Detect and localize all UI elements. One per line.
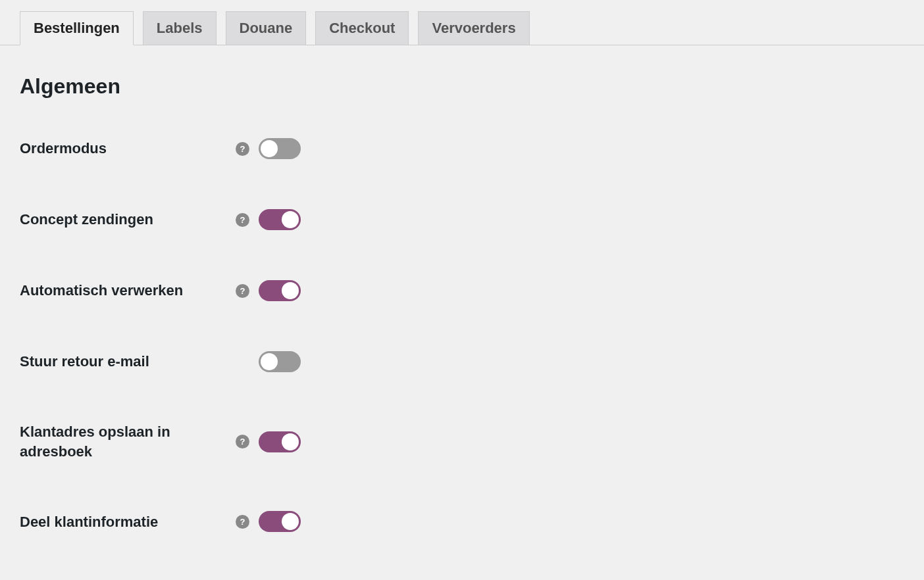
setting-row-klantadres-opslaan: Klantadres opslaan in adresboek ?: [20, 422, 904, 461]
setting-label: Deel klantinformatie: [20, 512, 236, 532]
setting-label: Ordermodus: [20, 139, 236, 158]
setting-control: ?: [236, 280, 301, 301]
help-icon[interactable]: ?: [236, 435, 249, 448]
setting-row-ordermodus: Ordermodus ?: [20, 138, 904, 159]
setting-control: ?: [236, 431, 301, 452]
setting-control: [236, 351, 301, 372]
setting-control: ?: [236, 209, 301, 230]
setting-row-stuur-retour-email: Stuur retour e-mail: [20, 351, 904, 372]
tab-checkout[interactable]: Checkout: [315, 11, 409, 45]
tab-douane[interactable]: Douane: [226, 11, 307, 45]
setting-control: ?: [236, 138, 301, 159]
tab-labels[interactable]: Labels: [143, 11, 217, 45]
setting-row-automatisch-verwerken: Automatisch verwerken ?: [20, 280, 904, 301]
help-placeholder: [236, 355, 249, 369]
help-icon[interactable]: ?: [236, 515, 249, 529]
setting-control: ?: [236, 511, 301, 532]
help-icon[interactable]: ?: [236, 213, 249, 227]
setting-row-deel-klantinformatie: Deel klantinformatie ?: [20, 511, 904, 532]
tabs-bar: Bestellingen Labels Douane Checkout Verv…: [0, 0, 924, 45]
tab-vervoerders[interactable]: Vervoerders: [418, 11, 529, 45]
toggle-deel-klantinformatie[interactable]: [259, 511, 301, 532]
setting-label: Concept zendingen: [20, 210, 236, 230]
tab-bestellingen[interactable]: Bestellingen: [20, 11, 134, 45]
setting-row-concept-zendingen: Concept zendingen ?: [20, 209, 904, 230]
setting-label: Automatisch verwerken: [20, 281, 236, 301]
toggle-automatisch-verwerken[interactable]: [259, 280, 301, 301]
settings-content: Algemeen Ordermodus ? Concept zendingen …: [0, 45, 924, 580]
setting-label: Stuur retour e-mail: [20, 352, 236, 372]
toggle-klantadres-opslaan[interactable]: [259, 431, 301, 452]
toggle-ordermodus[interactable]: [259, 138, 301, 159]
setting-label: Klantadres opslaan in adresboek: [20, 422, 236, 461]
help-icon[interactable]: ?: [236, 142, 249, 156]
help-icon[interactable]: ?: [236, 284, 249, 298]
toggle-stuur-retour-email[interactable]: [259, 351, 301, 372]
toggle-concept-zendingen[interactable]: [259, 209, 301, 230]
section-title: Algemeen: [20, 74, 904, 99]
